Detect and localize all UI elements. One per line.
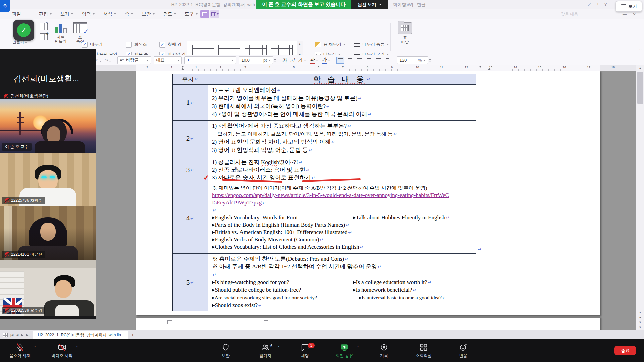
right-margin-marker[interactable] [488,68,491,70]
button-테두리 종류[interactable]: 테두리 종류 [354,41,389,48]
paragraph-style-dropdown[interactable]: A≡ 바탕글 [117,56,151,64]
right-indent-marker[interactable] [479,66,482,68]
checkbox-회색조[interactable]: 회색조 [126,41,155,48]
toolbar-breakout-button[interactable]: 소회의실 [411,342,436,359]
line-spacing-button[interactable] [385,57,391,64]
vertical-scrollbar[interactable]: ▲ ▲ ● ▼ ▼ [636,65,644,330]
margin-marker[interactable] [181,68,184,70]
indent-marker[interactable] [181,66,184,68]
chevron-up-icon[interactable]: ⌃ [277,346,280,350]
underline-button[interactable]: 가 [298,57,303,63]
scroll-down-icon[interactable]: ▼ [639,326,642,329]
week-cell: 4↵ [173,183,208,253]
fullscreen-icon[interactable]: ⤢ [588,2,591,7]
menu-검토[interactable]: 검토 [163,11,176,17]
menu-편집[interactable]: 편집 [39,11,52,17]
chevron-down-icon [338,54,340,55]
toolbar-mic-button[interactable]: 음소거 해제⌃ [6,342,34,359]
scroll-page-down-icon[interactable]: ▼ [639,321,642,324]
document-page[interactable]: 주차↵학 습 내 용↵1↵1) 프로그램 오리엔테이션↵2) 우리가 영어를 배… [136,71,600,315]
style-preset-dropdown[interactable]: 대표 [154,56,182,64]
video-tile[interactable]: 22082539 오수경 [0,260,96,316]
horizontal-ruler[interactable]: 21123456789101112131415161718 [0,65,644,71]
align-left-button[interactable] [346,57,353,64]
scrollbar-thumb[interactable] [637,72,643,104]
menu-쪽[interactable]: 쪽 [125,11,133,17]
chevron-up-icon[interactable]: ⌃ [33,346,37,350]
content-cell[interactable]: 1) <생활영어>에서 가장 중요하다고 생각하는 부분은?↵말하기, 듣고 이… [208,121,476,157]
redo-icon[interactable]: ↷ [105,58,111,63]
content-cell[interactable]: ※ 흥미로운 주제의 찬반 토론(Debates: Pros and Cons)… [208,254,476,311]
content-cell[interactable]: 1) 콩글리시는 진짜 Koglish였어~?!↵2) 신종 코로나바이러스: … [208,157,476,183]
ribbon-표-속성-button[interactable]: ✓표속성 [70,22,91,44]
leave-meeting-button[interactable]: 종료 [614,346,636,355]
participants-panel: 김선희(비호생활... 김선희(비호생활관) 이 준 호 교수22225736 … [0,49,96,319]
content-cell[interactable]: 1) 프로그램 오리엔테이션↵2) 우리가 영어를 배우는 데 실패하는 이유(… [208,85,476,120]
menu-보안[interactable]: 보안 [142,11,155,17]
pinned-participant-row[interactable]: 김선희(비호생활관) [0,84,96,99]
edit-helper-icon[interactable] [200,10,209,18]
italic-button[interactable]: 가 [290,57,295,63]
first-tab-icon[interactable]: |◀ [10,333,13,337]
text-segment: ▸British vs. American English: 100+ Diff… [212,229,347,235]
menu-도구[interactable]: 도구 [185,11,198,17]
table-layout-icon[interactable] [210,10,219,18]
video-tile[interactable]: 22214161 이유진 [0,206,96,260]
help-icon[interactable]: ? [604,2,607,7]
chevron-up-icon[interactable]: ⌃ [356,346,360,350]
menu-보기[interactable]: 보기 [60,11,73,17]
font-dropdown[interactable]: T [184,56,236,64]
tab-list-icon[interactable] [3,333,8,337]
button-표 채우기[interactable]: 표 채우기 [315,41,345,48]
view-options-button[interactable]: 옵션 보기 [351,0,388,9]
menu-파일[interactable]: 파일 [12,11,21,17]
video-tile[interactable]: 22225736 차범수 [0,153,96,206]
document-tab[interactable]: H2_2022~1_RC(영미문행_강의계획서_with lin~ [33,331,128,339]
checkbox-테두리[interactable]: ✓테두리 [82,41,121,48]
view-button[interactable]: 보기 [616,1,642,12]
zoom-level-input[interactable]: 130 % [397,56,428,64]
ribbon-차트-만들기-button[interactable]: 차트만들기 [50,22,71,44]
content-cell[interactable]: ※ 재미있는 영어 단어 이야기(아래 주제 중 A/B반 각각 1~2 선택하… [208,183,476,253]
new-tab-button[interactable]: + [128,331,137,339]
scroll-target-icon[interactable]: ● [639,316,641,319]
bold-button[interactable]: 가 [282,57,287,63]
align-right-button[interactable] [366,57,372,64]
align-distribute-button[interactable] [375,57,382,64]
toolbar-participants-button[interactable]: 참가자⌃6 [253,342,278,359]
menu-입력[interactable]: 입력 [82,11,95,17]
close-icon[interactable]: ✕ [633,12,636,17]
zoom-stepper[interactable] [429,59,431,62]
video-tile[interactable]: 이 준 호 교수 [0,99,96,153]
last-tab-icon[interactable]: ▶| [26,333,29,337]
font-size-input[interactable]: 10.0 pt [239,56,273,64]
align-justify-button[interactable] [336,57,344,64]
scroll-page-up-icon[interactable]: ▲ [639,311,642,314]
toolbar-reactions-button[interactable]: 반응 [451,342,476,359]
toolbar-chat-button[interactable]: 채팅1 [292,342,317,359]
toolbar-security-button[interactable]: 보안 [213,342,238,359]
table-madang-button[interactable]: 표마당 [395,22,415,44]
prev-tab-icon[interactable]: ◀ [16,333,18,337]
minimize-icon[interactable]: — [623,12,627,17]
ribbon-collapse-icon[interactable]: ⌃ [639,48,642,52]
hyperlink[interactable]: https://engoo.com/app/daily-news/article… [212,192,449,198]
table-erase-icon[interactable]: ◆ [40,33,48,40]
font-size-stepper[interactable] [274,59,276,62]
zoom-plus-icon[interactable]: + [596,2,599,7]
menu-서식[interactable]: 서식 [103,11,116,17]
table-draw-icon[interactable]: ✎ [40,23,48,30]
toolbar-record-button[interactable]: 기록 [372,342,396,359]
align-center-button[interactable] [356,57,363,64]
scroll-up-icon[interactable]: ▲ [636,65,644,71]
font-color-button[interactable]: 과 [310,57,315,64]
chevron-up-icon[interactable]: ⌃ [75,346,79,350]
syllabus-table[interactable]: 주차↵학 습 내 용↵1↵1) 프로그램 오리엔테이션↵2) 우리가 영어를 배… [172,74,476,311]
hyperlink[interactable]: I5EeyAhT9WpT7pzg [212,199,262,206]
toolbar-video-button[interactable]: 비디오 시작⌃ [48,342,76,359]
highlight-color-button[interactable]: 가 [322,57,327,64]
toolbar-share-button[interactable]: 화면 공유⌃ [332,342,357,359]
participant-name-label: 22225736 차범수 [2,197,45,204]
next-tab-icon[interactable]: ▶ [21,333,23,337]
checkbox-첫째 칸[interactable]: ✓첫째 칸 [159,41,192,48]
